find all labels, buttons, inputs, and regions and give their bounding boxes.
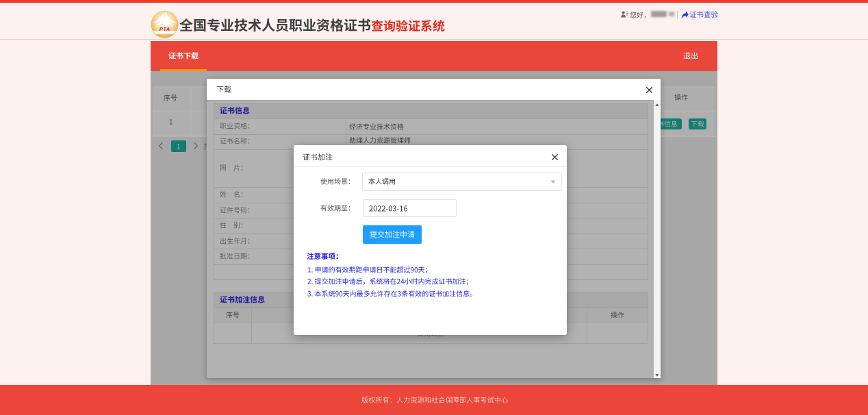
svg-text:PTA: PTA	[159, 26, 170, 32]
